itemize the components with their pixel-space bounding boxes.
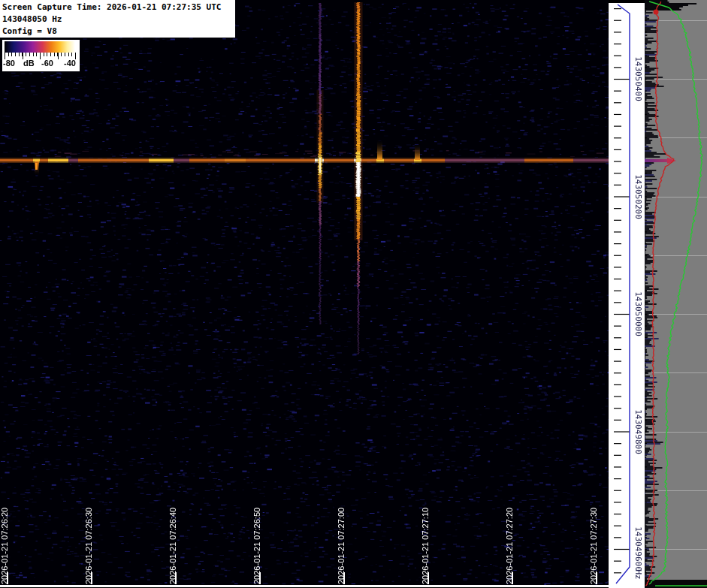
frequency-axis-label: 143050400 (633, 56, 643, 101)
color-scale-label: -80 (3, 59, 15, 68)
config-text: Config = V8 (2, 26, 235, 38)
frequency-axis-label: 143049600 (633, 526, 643, 571)
time-axis-label: 2026-01-21 07:26:40 (168, 508, 177, 584)
frequency-axis-label: Hz (633, 569, 643, 579)
capture-time-text: Screen Capture Time: 2026-01-21 07:27:35… (2, 2, 235, 14)
intensity-color-scale: -80dB-60-40 (2, 40, 80, 71)
spectrum-lab-screen: 2026-01-21 07:26:202026-01-21 07:26:3020… (0, 0, 707, 588)
time-axis-label: 2026-01-21 07:26:30 (84, 508, 93, 584)
time-axis-label: 2026-01-21 07:27:10 (421, 508, 430, 584)
center-frequency-text: 143048050 Hz (2, 14, 235, 26)
time-axis-label: 2026-01-21 07:26:50 (252, 508, 261, 584)
time-axis-label: 2026-01-21 07:27:00 (337, 508, 346, 584)
time-axis-label: 2026-01-21 07:27:30 (589, 508, 598, 584)
frequency-axis-label: 143050000 (633, 291, 643, 336)
frequency-axis-label: 143050200 (633, 174, 643, 219)
frequency-axis-label: 143049800 (633, 409, 643, 454)
bottom-border (0, 585, 645, 587)
waterfall-spectrogram (0, 0, 609, 585)
time-axis-label: 2026-01-21 07:26:20 (0, 508, 9, 584)
color-gradient-strip (5, 41, 75, 53)
color-scale-label: -40 (64, 59, 76, 68)
color-scale-label: dB (23, 59, 35, 68)
time-axis-label: 2026-01-21 07:27:20 (505, 508, 514, 584)
spectrum-graph-panel (645, 0, 707, 588)
capture-info-box: Screen Capture Time: 2026-01-21 07:27:35… (0, 0, 235, 38)
color-scale-label: -60 (41, 59, 53, 68)
